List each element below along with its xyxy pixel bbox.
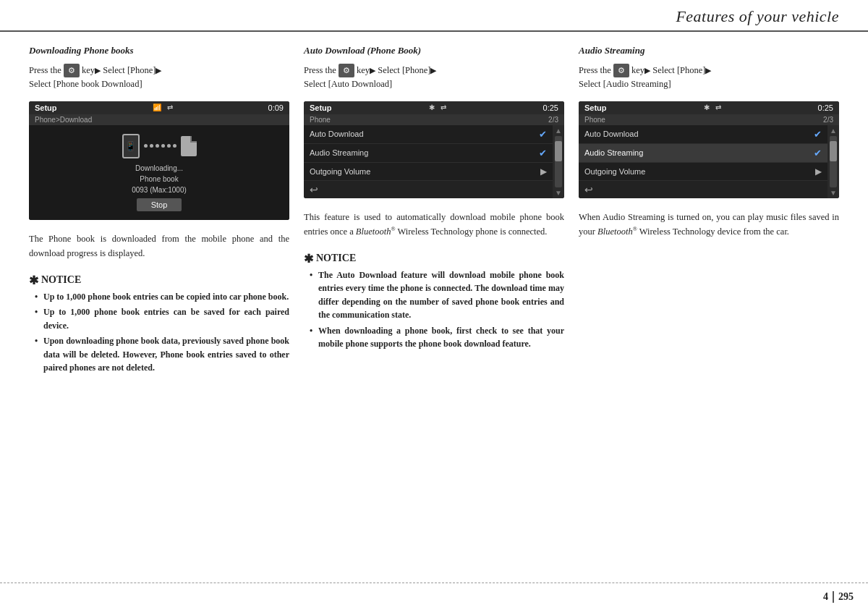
menu-item-autodownload: Auto Download ✔: [304, 125, 553, 144]
back-arrow-icon: ↩: [310, 184, 318, 195]
arrow-icon: ⇄: [167, 103, 173, 111]
screen-download-col1: 📱 Downloading... Phone book 0: [29, 125, 289, 220]
col2-notice: ✱ NOTICE The Auto Download feature will …: [304, 252, 564, 354]
scroll-thumb: [555, 141, 562, 161]
scroll-track: [830, 136, 837, 187]
notice-heading-col2: NOTICE: [316, 253, 356, 264]
col2-desc: This feature is used to automatically do…: [304, 210, 564, 239]
screen-subheader-col2: Phone 2/3: [304, 114, 564, 125]
col1-heading: Downloading Phone books: [29, 45, 289, 56]
scroll-down-icon[interactable]: ▼: [555, 189, 562, 197]
scroll-track: [555, 136, 562, 187]
gear-icon-col1: ⚙: [64, 64, 80, 77]
page-number: 4 295: [823, 591, 854, 603]
scroll-thumb: [830, 141, 837, 161]
col2-heading: Auto Download (Phone Book): [304, 45, 564, 56]
menu-item-outgoing: Outgoing Volume ▶: [304, 163, 553, 181]
page-header: Features of your vehicle: [0, 0, 868, 32]
scrollbar-col3[interactable]: ▲ ▼: [827, 125, 839, 198]
download-text: Downloading... Phone book 0093 (Max:1000…: [132, 163, 187, 195]
scroll-up-icon[interactable]: ▲: [555, 127, 562, 135]
col2-key-label: key: [357, 65, 370, 75]
check-icon: ✔: [539, 129, 547, 140]
col1-desc: The Phone book is downloaded from the mo…: [29, 232, 289, 260]
check-icon: ✔: [539, 148, 547, 158]
col3-heading: Audio Streaming: [579, 45, 839, 56]
menu-item-audiostreaming-col3: Audio Streaming ✔: [579, 144, 827, 163]
col1-notice-list: Up to 1,000 phone book entries can be co…: [29, 290, 289, 376]
arrow-right-icon: ▶: [540, 166, 547, 177]
screen-mockup-col3: Setup ✱ ⇄ 0:25 Phone 2/3 Auto Download ✔: [579, 101, 839, 198]
menu-item-audiostreaming: Audio Streaming ✔: [304, 144, 553, 163]
col-downloading: Downloading Phone books Press the ⚙ key▶…: [29, 45, 289, 573]
screen-title-col3: Setup: [584, 103, 607, 112]
col1-instruction: Press the ⚙ key▶ Select [Phone]▶ Select …: [29, 64, 289, 91]
screen-bottom-col3: ↩: [579, 181, 827, 198]
phone-icon: 📱: [122, 134, 140, 158]
screen-time-col3: 0:25: [818, 103, 833, 112]
col-autodownload: Auto Download (Phone Book) Press the ⚙ k…: [304, 45, 564, 573]
col3-desc: When Audio Streaming is turned on, you c…: [579, 210, 839, 239]
col2-instruction: Press the ⚙ key▶ Select [Phone]▶ Select …: [304, 64, 564, 91]
doc-icon: [181, 136, 197, 156]
arrow-icon-col3: ⇄: [715, 103, 721, 111]
back-arrow-icon: ↩: [584, 184, 593, 195]
screen-header-col3: Setup ✱ ⇄ 0:25: [579, 101, 839, 114]
screen-subheader-col1: Phone>Download: [29, 114, 289, 125]
notice-star-col2: ✱: [304, 252, 313, 266]
col1-notice: ✱ NOTICE Up to 1,000 phone book entries …: [29, 274, 289, 378]
gear-icon-col3: ⚙: [613, 64, 629, 77]
screen-mockup-col1: Setup 📶 ⇄ 0:09 Phone>Download 📱: [29, 101, 289, 220]
notice-item: When downloading a phone book, first che…: [310, 324, 564, 351]
screen-title-col1: Setup: [35, 103, 57, 112]
col3-key-label: key: [631, 65, 644, 75]
arrow-right-icon: ▶: [815, 166, 822, 177]
screen-header-col1: Setup 📶 ⇄ 0:09: [29, 101, 289, 114]
dots-line: [144, 144, 176, 148]
bluetooth-icon-col2: ✱: [429, 103, 435, 111]
signal-icon: 📶: [153, 103, 161, 111]
stop-button[interactable]: Stop: [137, 198, 182, 211]
screen-subheader-col3: Phone 2/3: [579, 114, 839, 125]
col-audiostreaming: Audio Streaming Press the ⚙ key▶ Select …: [579, 45, 839, 573]
notice-item: Up to 1,000 phone book entries can be co…: [35, 290, 289, 304]
bluetooth-icon-col3: ✱: [704, 103, 710, 111]
menu-item-outgoing-col3: Outgoing Volume ▶: [579, 163, 827, 181]
screen-time-col2: 0:25: [543, 103, 558, 112]
gear-icon-col2: ⚙: [339, 64, 354, 77]
menu-item-autodownload-col3: Auto Download ✔: [579, 125, 827, 144]
notice-heading-col1: NOTICE: [41, 274, 81, 286]
main-content: Downloading Phone books Press the ⚙ key▶…: [0, 32, 868, 580]
screen-bottom-col2: ↩: [304, 181, 553, 198]
screen-mockup-col2: Setup ✱ ⇄ 0:25 Phone 2/3 Auto Download ✔: [304, 101, 564, 198]
scrollbar-col2[interactable]: ▲ ▼: [553, 125, 564, 198]
scroll-down-icon[interactable]: ▼: [830, 189, 837, 197]
notice-item: Up to 1,000 phone book entries can be sa…: [35, 305, 289, 332]
notice-item: The Auto Download feature will download …: [310, 268, 564, 322]
screen-header-col2: Setup ✱ ⇄ 0:25: [304, 101, 564, 114]
section-number: 4: [823, 591, 834, 603]
check-icon: ✔: [814, 129, 822, 140]
notice-item: Upon downloading phone book data, previo…: [35, 334, 289, 375]
screen-menu-col3: Auto Download ✔ Audio Streaming ✔ Outgoi…: [579, 125, 827, 181]
screen-time-col1: 0:09: [268, 103, 284, 112]
scroll-up-icon[interactable]: ▲: [830, 127, 837, 135]
arrow-icon-col2: ⇄: [441, 103, 446, 111]
col2-notice-list: The Auto Download feature will download …: [304, 268, 564, 352]
page-num: 295: [838, 591, 854, 603]
col1-key-label: key: [82, 65, 95, 75]
screen-menu-col2: Auto Download ✔ Audio Streaming ✔ Outgoi…: [304, 125, 553, 181]
page-footer: 4 295: [0, 583, 868, 610]
page-title: Features of your vehicle: [676, 7, 839, 26]
check-icon: ✔: [814, 148, 822, 158]
notice-star-col1: ✱: [29, 274, 38, 287]
col3-instruction: Press the ⚙ key▶ Select [Phone]▶ Select …: [579, 64, 839, 91]
screen-title-col2: Setup: [310, 103, 332, 112]
